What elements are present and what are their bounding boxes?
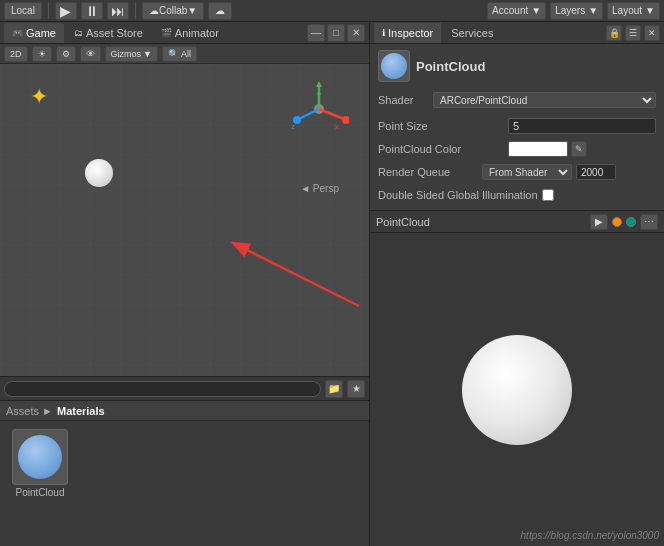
step-btn[interactable]: ⏭ xyxy=(107,2,129,20)
separator1 xyxy=(48,3,49,19)
right-panel: ℹ Inspector Services 🔒 ☰ ✕ PointCloud xyxy=(370,22,664,546)
info-icon: ℹ xyxy=(382,28,385,38)
preview-dot-orange xyxy=(612,217,622,227)
tab-game[interactable]: 🎮 Game xyxy=(4,23,64,43)
red-arrow-indicator xyxy=(219,236,369,316)
svg-point-5 xyxy=(342,116,349,124)
view-btn[interactable]: 👁 xyxy=(80,46,101,62)
folder-icon-btn[interactable]: 📁 xyxy=(325,380,343,398)
svg-line-11 xyxy=(239,246,359,306)
chevron-down-icon: ▼ xyxy=(187,5,197,16)
inspector-header: PointCloud xyxy=(378,50,656,82)
menu-icon[interactable]: ☰ xyxy=(625,25,641,41)
assets-panel: 📁 ★ Assets ► Materials PointCloud xyxy=(0,376,369,546)
search-icon: 🔍 xyxy=(168,49,179,59)
account-dropdown[interactable]: Account ▼ xyxy=(487,2,546,20)
tab-asset-store[interactable]: 🗂 Asset Store xyxy=(66,23,151,43)
double-sided-checkbox[interactable] xyxy=(542,189,554,201)
render-queue-row: Render Queue From Shader xyxy=(378,163,656,181)
inspector-title: PointCloud xyxy=(416,59,485,74)
scene-toolbar: 2D ☀ ⚙ 👁 Gizmos ▼ 🔍 All xyxy=(0,44,369,64)
left-panel: 🎮 Game 🗂 Asset Store 🎬 Animator — □ ✕ 2D xyxy=(0,22,370,546)
collab-btn[interactable]: ☁ Collab ▼ xyxy=(142,2,204,20)
preview-canvas: https://blog.csdn.net/yolon3000 xyxy=(370,233,664,546)
scene-canvas: ✦ ◄ Persp y x xyxy=(0,64,369,376)
inspector-tab-bar: ℹ Inspector Services 🔒 ☰ ✕ xyxy=(370,22,664,44)
search-input[interactable] xyxy=(4,381,321,397)
scene-gizmo: y x z xyxy=(289,79,349,139)
double-sided-row: Double Sided Global Illumination xyxy=(378,186,656,204)
shader-label: Shader xyxy=(378,94,433,106)
asset-label: PointCloud xyxy=(16,487,65,498)
scene-view[interactable]: 2D ☀ ⚙ 👁 Gizmos ▼ 🔍 All ✦ xyxy=(0,44,369,376)
close-btn[interactable]: ✕ xyxy=(347,24,365,42)
animator-icon: 🎬 xyxy=(161,28,172,38)
color-picker-swatch[interactable] xyxy=(508,141,568,157)
asset-store-icon: 🗂 xyxy=(74,28,83,38)
point-cloud-color-label: PointCloud Color xyxy=(378,143,508,155)
chevron-down-icon: ▼ xyxy=(143,49,152,59)
point-size-input[interactable] xyxy=(508,118,656,134)
inspector-icons: 🔒 ☰ ✕ xyxy=(606,25,660,41)
preview-title: PointCloud xyxy=(376,216,430,228)
search-scene-btn[interactable]: 🔍 All xyxy=(162,46,197,62)
tab-services[interactable]: Services xyxy=(443,23,501,43)
tab-inspector[interactable]: ℹ Inspector xyxy=(374,23,441,43)
scene-tab-bar: 🎮 Game 🗂 Asset Store 🎬 Animator — □ ✕ xyxy=(0,22,369,44)
2d-btn[interactable]: 2D xyxy=(4,46,28,62)
settings-btn[interactable]: ⚙ xyxy=(56,46,76,62)
game-icon: 🎮 xyxy=(12,28,23,38)
assets-breadcrumb: Assets ► Materials xyxy=(0,401,369,421)
material-sphere-icon xyxy=(381,53,407,79)
maximize-btn[interactable]: □ xyxy=(327,24,345,42)
chevron-down-icon: ▼ xyxy=(645,5,655,16)
layout-dropdown[interactable]: Layout ▼ xyxy=(607,2,660,20)
asset-thumbnail xyxy=(12,429,68,485)
preview-toolbar: PointCloud ▶ ⋯ xyxy=(370,211,664,233)
preview-sphere xyxy=(462,335,572,445)
color-edit-icon[interactable]: ✎ xyxy=(571,141,587,157)
chevron-down-icon: ▼ xyxy=(588,5,598,16)
asset-item-pointcloud[interactable]: PointCloud xyxy=(8,429,72,498)
preview-panel: PointCloud ▶ ⋯ https://blog.csdn.net/yol… xyxy=(370,210,664,546)
local-btn[interactable]: Local xyxy=(4,2,42,20)
shader-select[interactable]: ARCore/PointCloud xyxy=(433,92,656,108)
brightness-btn[interactable]: ☀ xyxy=(32,46,52,62)
material-preview-icon xyxy=(378,50,410,82)
shader-row: Shader ARCore/PointCloud xyxy=(378,91,656,109)
close-inspector-icon[interactable]: ✕ xyxy=(644,25,660,41)
collab-icon: ☁ xyxy=(149,5,159,16)
inspector-content: PointCloud Shader ARCore/PointCloud Poin… xyxy=(370,44,664,210)
persp-label: ◄ Persp xyxy=(300,183,339,194)
render-queue-value[interactable] xyxy=(576,164,616,180)
cloud-btn[interactable]: ☁ xyxy=(208,2,232,20)
render-queue-label: Render Queue xyxy=(378,166,478,178)
pause-btn[interactable]: ⏸ xyxy=(81,2,103,20)
assets-toolbar: 📁 ★ xyxy=(0,377,369,401)
render-queue-select[interactable]: From Shader xyxy=(482,164,572,180)
svg-line-4 xyxy=(319,109,344,119)
svg-text:y: y xyxy=(317,90,321,99)
chevron-down-icon: ▼ xyxy=(531,5,541,16)
lock-icon[interactable]: 🔒 xyxy=(606,25,622,41)
separator2 xyxy=(135,3,136,19)
star-icon-btn[interactable]: ★ xyxy=(347,380,365,398)
svg-text:z: z xyxy=(291,122,295,131)
main-area: 🎮 Game 🗂 Asset Store 🎬 Animator — □ ✕ 2D xyxy=(0,22,664,546)
preview-dot-teal xyxy=(626,217,636,227)
tab-animator[interactable]: 🎬 Animator xyxy=(153,23,227,43)
svg-line-7 xyxy=(299,109,319,119)
gizmos-btn[interactable]: Gizmos ▼ xyxy=(105,46,158,62)
sphere-preview-icon xyxy=(18,435,62,479)
layers-dropdown[interactable]: Layers ▼ xyxy=(550,2,603,20)
preview-more-btn[interactable]: ⋯ xyxy=(640,214,658,230)
assets-content: PointCloud xyxy=(0,421,369,546)
preview-play-btn[interactable]: ▶ xyxy=(590,214,608,230)
minimize-btn[interactable]: — xyxy=(307,24,325,42)
svg-marker-2 xyxy=(316,81,322,87)
double-sided-label: Double Sided Global Illumination xyxy=(378,189,538,201)
svg-text:x: x xyxy=(335,122,339,131)
point-size-row: Point Size xyxy=(378,117,656,135)
play-btn[interactable]: ▶ xyxy=(55,2,77,20)
sun-icon: ✦ xyxy=(30,84,48,110)
